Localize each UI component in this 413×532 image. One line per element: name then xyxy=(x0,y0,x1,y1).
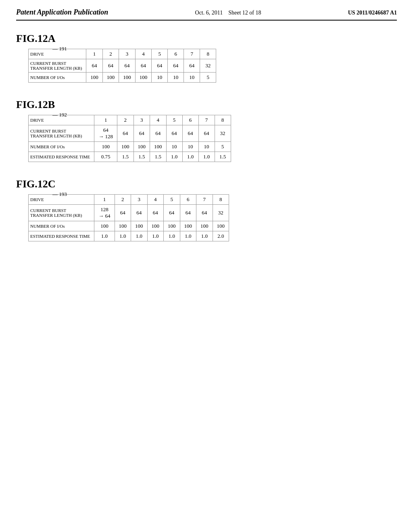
cell: 2.0 xyxy=(213,231,229,241)
cell: 64 xyxy=(184,59,200,73)
cell: 100 xyxy=(119,73,136,83)
cell: 4 xyxy=(150,115,167,125)
cell: 10 xyxy=(198,142,215,152)
cell: 100 xyxy=(86,73,103,83)
cell: 1 xyxy=(94,115,117,125)
table-row: NUMBER OF I/Os 100 100 100 100 10 10 10 … xyxy=(29,73,216,83)
cell: 1.0 xyxy=(196,231,213,241)
cell: 4 xyxy=(135,49,152,59)
fig12b-table-wrapper: — 192 DRIVE 1 2 3 4 5 6 7 8 CUR xyxy=(20,115,397,162)
cell: 64 xyxy=(196,205,213,221)
cell: 64 xyxy=(164,205,180,221)
fig12a-section: FIG.12A — 191 DRIVE 1 2 3 4 5 6 7 8 xyxy=(16,33,397,83)
cell: 64 xyxy=(166,125,182,142)
cell: 1.0 xyxy=(164,231,180,241)
cell: 2 xyxy=(117,115,134,125)
header-center: Oct. 6, 2011 Sheet 12 of 18 xyxy=(108,8,348,16)
cell: 10 xyxy=(166,142,182,152)
fig12a-label: — 191 xyxy=(52,46,67,52)
cell: 100 xyxy=(102,73,119,83)
fig12b-label: — 192 xyxy=(52,112,67,118)
cell: 1.5 xyxy=(117,152,134,162)
cell: 6 xyxy=(168,49,184,59)
cell: 64 xyxy=(180,205,196,221)
cell: 2 xyxy=(102,49,119,59)
row-label: CURRENT BURSTTRANSFER LENGTH (KB) xyxy=(29,125,94,142)
cell: 64 xyxy=(119,59,136,73)
cell: 1 xyxy=(86,49,103,59)
cell: 64 xyxy=(198,125,215,142)
cell: 5 xyxy=(166,115,182,125)
cell: 10 xyxy=(182,142,198,152)
fig12c-label: — 193 xyxy=(52,191,67,197)
page: Patent Application Publication Oct. 6, 2… xyxy=(0,0,413,532)
cell: 100 xyxy=(131,221,148,231)
fig12c-section: FIG.12C — 193 DRIVE 1 2 3 4 5 6 7 8 xyxy=(16,178,397,241)
cell: 1.0 xyxy=(166,152,182,162)
fig12c-title: FIG.12C xyxy=(16,178,397,190)
cell: 6 xyxy=(182,115,198,125)
table-row: NUMBER OF I/Os 100 100 100 100 10 10 10 … xyxy=(29,142,231,152)
cell: 100 xyxy=(133,142,150,152)
table-row: CURRENT BURSTTRANSFER LENGTH (KB) 64 64 … xyxy=(29,59,216,73)
cell: 64 xyxy=(117,125,134,142)
cell: 64 xyxy=(182,125,198,142)
cell: 5 xyxy=(200,73,216,83)
row-label: NUMBER OF I/Os xyxy=(29,73,86,83)
cell: 4 xyxy=(147,195,164,205)
cell: 5 xyxy=(152,49,168,59)
header-date: Oct. 6, 2011 xyxy=(195,10,223,16)
fig12b-table: DRIVE 1 2 3 4 5 6 7 8 CURRENT BURSTTRANS… xyxy=(28,115,231,162)
cell: 64 xyxy=(147,205,164,221)
cell: 64 xyxy=(131,205,148,221)
cell: 1.5 xyxy=(133,152,150,162)
cell: 1.0 xyxy=(115,231,131,241)
cell: 2 xyxy=(115,195,131,205)
cell: 64 xyxy=(150,125,167,142)
cell: 7 xyxy=(184,49,200,59)
cell: 100 xyxy=(213,221,229,231)
cell: 8 xyxy=(215,115,231,125)
table-row: NUMBER OF I/Os 100 100 100 100 100 100 1… xyxy=(29,221,229,231)
cell: 7 xyxy=(198,115,215,125)
header-patent: US 2011/0246687 A1 xyxy=(348,8,397,16)
cell: 100 xyxy=(135,73,152,83)
cell: 7 xyxy=(196,195,213,205)
cell: 6 xyxy=(180,195,196,205)
cell: 1.0 xyxy=(131,231,148,241)
header: Patent Application Publication Oct. 6, 2… xyxy=(16,8,397,21)
cell: 1.0 xyxy=(180,231,196,241)
row-label: ESTIMATED RESPONSE TIME xyxy=(29,152,94,162)
cell: 1.5 xyxy=(215,152,231,162)
cell: 3 xyxy=(133,115,150,125)
cell: 32 xyxy=(200,59,216,73)
row-label: CURRENT BURSTTRANSFER LENGTH (KB) xyxy=(29,59,86,73)
fig12b-title: FIG.12B xyxy=(16,99,397,111)
cell: 128→ 64 xyxy=(94,205,115,221)
cell: 1 xyxy=(94,195,115,205)
cell: 32 xyxy=(215,125,231,142)
cell: 64 xyxy=(135,59,152,73)
fig12a-table-wrapper: — 191 DRIVE 1 2 3 4 5 6 7 8 xyxy=(20,49,397,83)
cell: 100 xyxy=(94,221,115,231)
cell: 1.5 xyxy=(150,152,167,162)
cell: 5 xyxy=(164,195,180,205)
cell: 0.75 xyxy=(94,152,117,162)
cell: 100 xyxy=(150,142,167,152)
fig12b-section: FIG.12B — 192 DRIVE 1 2 3 4 5 6 7 8 xyxy=(16,99,397,162)
cell: 100 xyxy=(117,142,134,152)
cell: 1.0 xyxy=(147,231,164,241)
cell: 64→ 128 xyxy=(94,125,117,142)
cell: 100 xyxy=(196,221,213,231)
cell: 10 xyxy=(152,73,168,83)
cell: 5 xyxy=(215,142,231,152)
row-label: NUMBER OF I/Os xyxy=(29,221,94,231)
row-label: NUMBER OF I/Os xyxy=(29,142,94,152)
row-label: CURRENT BURSTTRANSFER LENGTH (KB) xyxy=(29,205,94,221)
cell: 1.0 xyxy=(198,152,215,162)
fig12c-table: DRIVE 1 2 3 4 5 6 7 8 CURRENT BURSTTRANS… xyxy=(28,194,229,241)
cell: 8 xyxy=(213,195,229,205)
cell: 100 xyxy=(147,221,164,231)
cell: 64 xyxy=(152,59,168,73)
cell: 100 xyxy=(115,221,131,231)
